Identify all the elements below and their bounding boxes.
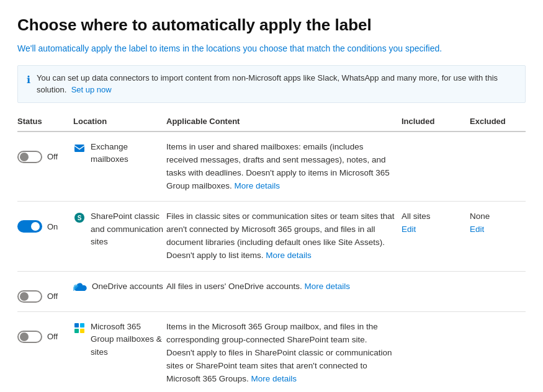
location-cell: OneDrive accounts <box>73 280 166 298</box>
col-header-included: Included <box>402 117 470 131</box>
svg-rect-6 <box>80 329 84 333</box>
status-cell: On <box>17 210 73 233</box>
info-banner-text: You can set up data connectors to import… <box>37 72 516 96</box>
location-cell: Exchange mailboxes <box>73 141 166 166</box>
toggle-3[interactable] <box>17 331 42 343</box>
included-cell <box>402 272 470 312</box>
more-details-link[interactable]: More details <box>235 181 280 190</box>
included-value: All sites <box>402 212 431 221</box>
excluded-value: None <box>470 212 490 221</box>
table-row: On S SharePoint classic and communicatio… <box>17 202 526 272</box>
info-banner: ℹ You can set up data connectors to impo… <box>17 65 526 103</box>
included-cell <box>402 312 470 392</box>
setup-link[interactable]: Set up now <box>71 85 112 94</box>
included-edit-link[interactable]: Edit <box>402 223 465 236</box>
status-cell: Off <box>17 141 73 163</box>
content-desc: Items in user and shared mailboxes: emai… <box>166 141 402 193</box>
content-desc: Items in the Microsoft 365 Group mailbox… <box>166 321 402 386</box>
more-details-link[interactable]: More details <box>266 251 312 260</box>
col-header-excluded: Excluded <box>470 117 526 131</box>
more-details-link[interactable]: More details <box>251 374 297 383</box>
status-label: Off <box>47 290 58 303</box>
included-cell <box>402 131 470 202</box>
status-cell: Off <box>17 280 73 303</box>
location-name: SharePoint classic and communication sit… <box>91 210 166 248</box>
svg-rect-0 <box>74 145 84 152</box>
location-name: Microsoft 365 Group mailboxes & sites <box>91 321 166 359</box>
location-cell: S SharePoint classic and communication s… <box>73 210 166 248</box>
excluded-edit-link[interactable]: Edit <box>470 223 521 236</box>
location-name: OneDrive accounts <box>92 280 163 293</box>
table-row: Off Exchange mailboxes Items in user and… <box>17 131 526 202</box>
location-icon-1: S <box>73 212 86 229</box>
status-label: On <box>47 221 58 233</box>
location-name: Exchange mailboxes <box>91 141 166 166</box>
col-header-content: Applicable Content <box>166 117 402 131</box>
svg-rect-3 <box>74 323 79 327</box>
excluded-cell <box>470 312 526 392</box>
info-icon: ℹ <box>27 73 30 87</box>
location-icon-3 <box>73 322 86 339</box>
col-header-status: Status <box>17 117 73 131</box>
page-title: Choose where to automatically apply the … <box>17 15 526 36</box>
excluded-cell <box>470 272 526 312</box>
status-label: Off <box>47 331 58 343</box>
excluded-cell: None Edit <box>470 202 526 272</box>
location-cell: Microsoft 365 Group mailboxes & sites <box>73 321 166 359</box>
status-label: Off <box>47 151 58 163</box>
svg-rect-5 <box>74 329 79 333</box>
status-cell: Off <box>17 321 73 343</box>
locations-table: Status Location Applicable Content Inclu… <box>17 117 526 392</box>
table-row: Off Microsoft 365 Group mailboxes & site… <box>17 312 526 392</box>
col-header-location: Location <box>73 117 166 131</box>
toggle-2[interactable] <box>17 290 42 303</box>
toggle-0[interactable] <box>17 151 42 163</box>
more-details-link[interactable]: More details <box>304 282 350 291</box>
content-desc: Files in classic sites or communication … <box>166 210 402 262</box>
page-subtitle: We'll automatically apply the label to i… <box>17 42 526 55</box>
included-cell: All sites Edit <box>402 202 470 272</box>
svg-text:S: S <box>78 215 82 221</box>
toggle-1[interactable] <box>17 220 42 233</box>
svg-rect-4 <box>80 323 84 327</box>
location-icon-2 <box>73 282 87 298</box>
excluded-cell <box>470 131 526 202</box>
content-desc: All files in users' OneDrive accounts. M… <box>166 280 402 293</box>
table-row: Off OneDrive accounts All files in users… <box>17 272 526 312</box>
location-icon-0 <box>73 142 86 159</box>
